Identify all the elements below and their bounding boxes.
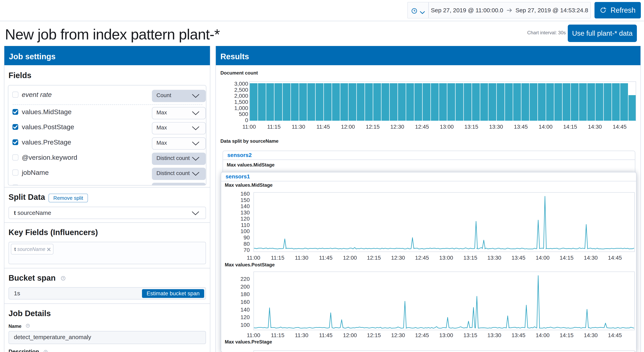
svg-text:?: ? [62, 277, 64, 280]
svg-text:?: ? [45, 350, 46, 352]
svg-text:?: ? [27, 324, 28, 327]
